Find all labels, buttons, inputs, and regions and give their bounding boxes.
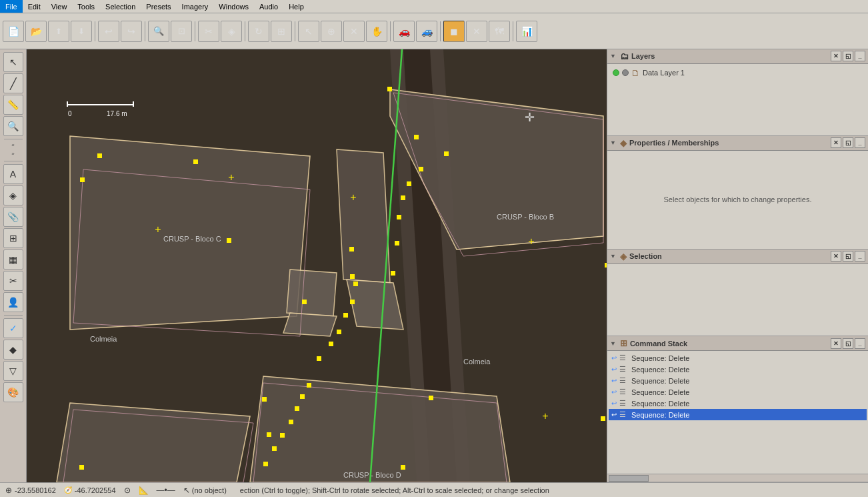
measure-button[interactable]: 📏 — [3, 95, 23, 115]
selection-header-controls: ✕ ◱ _ — [831, 251, 865, 262]
menu-tools[interactable]: Tools — [72, 0, 100, 13]
command-close-btn[interactable]: ✕ — [831, 338, 841, 349]
menu-imagery[interactable]: Imagery — [177, 0, 214, 13]
map-view-button[interactable]: 🗺 — [489, 21, 510, 42]
open-button[interactable]: 📂 — [25, 21, 47, 42]
check-button[interactable]: ✓ — [3, 318, 23, 338]
select-arrow-button[interactable]: ↖ — [298, 21, 319, 42]
menu-audio[interactable]: Audio — [254, 0, 283, 13]
select-cursor-button[interactable]: ↖ — [3, 52, 23, 72]
zoom-fit-button[interactable]: ⊡ — [171, 21, 192, 42]
car-right-button[interactable]: 🚙 — [416, 21, 437, 42]
expand-less-button[interactable]: « — [11, 142, 14, 148]
layer-item-data1[interactable]: 🗋 Data Layer 1 — [610, 67, 865, 79]
command-item-4[interactable]: ↩ ☰ Sequence: Delete — [609, 398, 867, 409]
menu-view[interactable]: View — [46, 0, 73, 13]
properties-panel: ▼ ◆ Properties / Memberships ✕ ◱ _ Selec… — [607, 136, 868, 250]
command-item-5[interactable]: ↩ ☰ Sequence: Delete — [609, 409, 867, 420]
menu-windows[interactable]: Windows — [213, 0, 254, 13]
command-detach-btn[interactable]: ◱ — [843, 338, 853, 349]
menu-presets[interactable]: Presets — [141, 0, 176, 13]
command-header-controls: ✕ ◱ _ — [831, 338, 865, 349]
save-down-button[interactable]: ⬇ — [71, 21, 92, 42]
command-label-5: Sequence: Delete — [631, 411, 689, 419]
pan-button[interactable]: ✋ — [366, 21, 387, 42]
cmd-arrow-5: ↩ — [611, 411, 617, 418]
text-tool-button[interactable]: A — [3, 164, 23, 184]
cmd-seq-icon-2: ☰ — [619, 376, 626, 385]
svg-rect-34 — [289, 420, 293, 424]
accuracy-icon: ⊙ — [124, 486, 131, 495]
cmd-seq-icon-3: ☰ — [619, 388, 626, 396]
new-button[interactable]: 📄 — [3, 21, 24, 42]
graph-button[interactable]: 📊 — [516, 21, 537, 42]
cmd-arrow-3: ↩ — [611, 388, 617, 396]
selection-minimize-btn[interactable]: _ — [855, 251, 865, 262]
upload-button[interactable]: ⊞ — [271, 21, 292, 42]
expand-more-button[interactable]: » — [11, 151, 14, 157]
svg-text:CRUSP - Bloco D: CRUSP - Bloco D — [343, 471, 401, 479]
profile-button[interactable]: 👤 — [3, 292, 23, 312]
left-sidebar: ↖ ╱ 📏 🔍 « » A ◈ 📎 ⊞ ▦ ✂ 👤 ✓ ◆ ▽ 🎨 — [0, 49, 27, 482]
svg-rect-26 — [350, 300, 355, 304]
select-cross-button[interactable]: ✕ — [343, 21, 365, 42]
zoom-extent-button[interactable]: 🔍 — [148, 21, 169, 42]
zoom-button[interactable]: 🔍 — [3, 116, 23, 136]
command-item-3[interactable]: ↩ ☰ Sequence: Delete — [609, 386, 867, 398]
command-collapse-arrow: ▼ — [610, 340, 616, 347]
layers-detach-btn[interactable]: ◱ — [843, 51, 853, 61]
area-button[interactable]: ▦ — [3, 250, 23, 270]
edit-nodes-button[interactable]: ◈ — [3, 185, 23, 205]
svg-rect-43 — [350, 274, 355, 279]
selection-close-btn[interactable]: ✕ — [831, 251, 841, 262]
redo-button[interactable]: ↪ — [121, 21, 142, 42]
map-area[interactable]: + + + + + CRUSP - Bloco B CRUSP - Bloco … — [27, 49, 607, 482]
menu-edit[interactable]: Edit — [23, 0, 46, 13]
properties-minimize-btn[interactable]: _ — [855, 137, 865, 148]
cmd-arrow-2: ↩ — [611, 377, 617, 384]
properties-message: Select objects for which to change prope… — [664, 195, 812, 203]
svg-text:Colmeia: Colmeia — [90, 335, 117, 343]
svg-rect-20 — [407, 181, 411, 186]
cmd-seq-icon-5: ☰ — [619, 410, 626, 419]
cmd-arrow-0: ↩ — [611, 354, 617, 362]
layers-close-btn[interactable]: ✕ — [831, 51, 841, 61]
command-item-0[interactable]: ↩ ☰ Sequence: Delete — [609, 352, 867, 364]
command-minimize-btn[interactable]: _ — [855, 338, 865, 349]
svg-marker-10 — [57, 403, 250, 482]
highlight-button[interactable]: ◼ — [443, 21, 465, 42]
layers-minimize-btn[interactable]: _ — [855, 51, 865, 61]
select-shift-button[interactable]: ⊕ — [321, 21, 342, 42]
cut-button[interactable]: ✂ — [198, 21, 219, 42]
diamond-button[interactable]: ◆ — [3, 340, 23, 360]
selection-collapse-arrow: ▼ — [610, 253, 616, 260]
cmd-seq-icon-4: ☰ — [619, 399, 626, 408]
properties-detach-btn[interactable]: ◱ — [843, 137, 853, 148]
cut-tool-button[interactable]: ✂ — [3, 271, 23, 291]
menu-selection[interactable]: Selection — [100, 0, 141, 13]
close-x-button[interactable]: ✕ — [466, 21, 487, 42]
command-item-2[interactable]: ↩ ☰ Sequence: Delete — [609, 375, 867, 386]
command-hscroll[interactable] — [607, 474, 868, 482]
menu-help[interactable]: Help — [283, 0, 309, 13]
svg-rect-24 — [391, 271, 395, 276]
paint-button[interactable]: 🎨 — [3, 382, 23, 402]
layer-name: Data Layer 1 — [643, 69, 685, 77]
attach-button[interactable]: 📎 — [3, 207, 23, 227]
command-item-1[interactable]: ↩ ☰ Sequence: Delete — [609, 364, 867, 375]
selection-detach-btn[interactable]: ◱ — [843, 251, 853, 262]
node-edit-button[interactable]: ◈ — [221, 21, 242, 42]
save-up-button[interactable]: ⬆ — [48, 21, 69, 42]
menu-file[interactable]: File — [0, 0, 23, 13]
car-left-button[interactable]: 🚗 — [393, 21, 415, 42]
refresh-button[interactable]: ↻ — [248, 21, 269, 42]
selection-header: ▼ ◈ Selection ✕ ◱ _ — [607, 250, 868, 264]
draw-line-button[interactable]: ╱ — [3, 73, 23, 93]
topology-button[interactable]: ⊞ — [3, 228, 23, 248]
command-title: Command Stack — [630, 340, 687, 348]
properties-close-btn[interactable]: ✕ — [831, 137, 841, 148]
lon-value: -46.7202554 — [75, 486, 116, 494]
layers-collapse-arrow: ▼ — [610, 53, 616, 59]
filter-button[interactable]: ▽ — [3, 361, 23, 381]
undo-button[interactable]: ↩ — [98, 21, 119, 42]
